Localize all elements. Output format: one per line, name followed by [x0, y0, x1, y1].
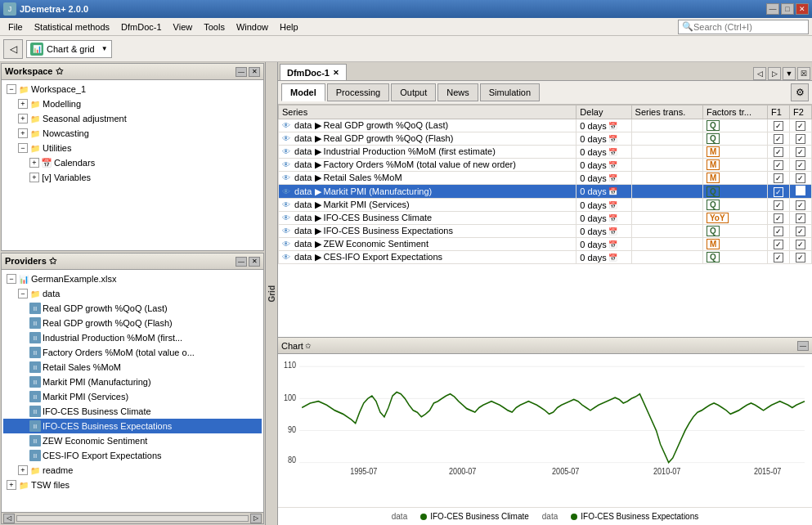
minimize-button[interactable]: — — [766, 3, 779, 15]
f1-checkbox[interactable] — [774, 121, 783, 131]
settings-icon-button[interactable]: ⚙ — [791, 83, 809, 101]
table-row[interactable]: 👁 data ▶ IFO-CES Business Expectations 0… — [279, 225, 812, 238]
tab-processing[interactable]: Processing — [327, 83, 389, 101]
data-item-3[interactable]: II Industrial Production %MoM (first... — [3, 330, 262, 345]
menu-file[interactable]: File — [3, 20, 28, 34]
data-item-11[interactable]: II CES-IFO Export Expectations — [3, 448, 262, 463]
expand-icon[interactable]: + — [18, 114, 28, 123]
expand-icon[interactable]: + — [29, 158, 39, 168]
workspace-seasonal[interactable]: + 📁 Seasonal adjustment — [3, 111, 262, 126]
data-item-1[interactable]: II Real GDP growth %QoQ (Last) — [3, 301, 262, 316]
tab-nav[interactable]: ◁ ▷ ▼ ☒ — [753, 67, 810, 80]
expand-icon[interactable]: + — [7, 480, 16, 490]
workspace-close-button[interactable]: ✕ — [249, 67, 260, 77]
data-item-5[interactable]: II Retail Sales %MoM — [3, 360, 262, 375]
tab-prev-button[interactable]: ◁ — [753, 67, 766, 80]
provider-german-xlsx[interactable]: − 📊 GermanExample.xlsx — [3, 271, 262, 286]
f1-checkbox[interactable] — [774, 147, 783, 157]
provider-tsw[interactable]: + 📁 TSW files — [3, 478, 262, 492]
expand-icon[interactable]: − — [18, 289, 28, 298]
f1-checkbox[interactable] — [774, 240, 783, 249]
table-row[interactable]: 👁 data ▶ IFO-CES Business Climate 0 days… — [279, 212, 812, 225]
toolbar-nav-button[interactable]: ◁ — [3, 39, 23, 59]
menu-statistical[interactable]: Statistical methods — [29, 20, 114, 34]
f2-checkbox[interactable] — [796, 200, 805, 210]
chart-controls[interactable]: — — [797, 341, 809, 351]
f2-checkbox[interactable] — [796, 253, 805, 262]
tab-news[interactable]: News — [437, 83, 478, 101]
workspace-minimize-button[interactable]: — — [236, 67, 247, 77]
f2-checkbox[interactable] — [796, 173, 805, 183]
f2-checkbox[interactable] — [796, 240, 805, 249]
chart-grid-dropdown[interactable]: 📊 Chart & grid ▼ — [26, 40, 112, 58]
table-row[interactable]: 👁 data ▶ Retail Sales %MoM 0 days 📅 M — [279, 172, 812, 185]
search-box[interactable]: 🔍 — [678, 20, 809, 34]
close-button[interactable]: ✕ — [796, 3, 809, 15]
scroll-left-button[interactable]: ◁ — [3, 514, 15, 523]
table-row[interactable]: 👁 data ▶ Industrial Production %MoM (fir… — [279, 146, 812, 159]
expand-icon[interactable]: + — [18, 465, 28, 475]
expand-icon[interactable]: − — [7, 274, 16, 284]
f1-checkbox[interactable] — [774, 134, 783, 144]
tab-next-button[interactable]: ▷ — [768, 67, 781, 80]
tab-simulation[interactable]: Simulation — [480, 83, 540, 101]
table-row[interactable]: 👁 data ▶ Markit PMI (Services) 0 days 📅 … — [279, 199, 812, 212]
window-controls[interactable]: — □ ✕ — [766, 3, 809, 15]
f1-checkbox[interactable] — [774, 173, 783, 183]
tab-list-button[interactable]: ▼ — [783, 67, 796, 80]
f2-checkbox[interactable] — [796, 147, 805, 157]
main-tab[interactable]: DfmDoc-1 ✕ — [280, 64, 347, 80]
f2-checkbox[interactable] — [796, 186, 805, 195]
chart-minimize-button[interactable]: — — [797, 341, 809, 351]
workspace-calendars[interactable]: + 📅 Calendars — [3, 155, 262, 170]
menu-view[interactable]: View — [168, 20, 198, 34]
expand-icon[interactable]: + — [18, 99, 28, 109]
providers-close-button[interactable]: ✕ — [249, 257, 260, 267]
f1-checkbox[interactable] — [774, 213, 783, 223]
workspace-controls[interactable]: — ✕ — [236, 67, 260, 77]
menu-dfmdoc[interactable]: DfmDoc-1 — [116, 20, 167, 34]
scroll-right-button[interactable]: ▷ — [250, 514, 262, 523]
provider-readme[interactable]: + 📁 readme — [3, 463, 262, 478]
data-item-7[interactable]: II Markit PMI (Services) — [3, 389, 262, 404]
expand-icon[interactable]: − — [7, 84, 16, 94]
table-row[interactable]: 👁 data ▶ ZEW Economic Sentiment 0 days 📅… — [279, 238, 812, 251]
main-tab-close[interactable]: ✕ — [333, 69, 339, 77]
f2-checkbox[interactable] — [796, 134, 805, 144]
f2-checkbox[interactable] — [796, 160, 805, 170]
data-item-8[interactable]: II IFO-CES Business Climate — [3, 404, 262, 419]
providers-minimize-button[interactable]: — — [236, 257, 247, 267]
table-row[interactable]: 👁 data ▶ Real GDP growth %QoQ (Flash) 0 … — [279, 132, 812, 146]
table-row[interactable]: 👁 data ▶ Factory Orders %MoM (total valu… — [279, 159, 812, 172]
menu-help[interactable]: Help — [275, 20, 303, 34]
f1-checkbox[interactable] — [774, 227, 783, 236]
workspace-variables[interactable]: + [v] Variables — [3, 170, 262, 185]
tab-tools[interactable]: ⚙ — [791, 83, 809, 101]
providers-controls[interactable]: — ✕ — [236, 257, 260, 267]
provider-data-folder[interactable]: − 📁 data — [3, 286, 262, 301]
maximize-button[interactable]: □ — [781, 3, 794, 15]
workspace-nowcasting[interactable]: + 📁 Nowcasting — [3, 126, 262, 141]
tab-model[interactable]: Model — [281, 83, 325, 101]
data-item-6[interactable]: II Markit PMI (Manufacturing) — [3, 375, 262, 389]
menu-tools[interactable]: Tools — [199, 20, 230, 34]
data-item-2[interactable]: II Real GDP growth %QoQ (Flash) — [3, 316, 262, 330]
table-row[interactable]: 👁 data ▶ Real GDP growth %QoQ (Last) 0 d… — [279, 119, 812, 132]
table-row[interactable]: 👁 data ▶ Markit PMI (Manufacturing) 0 da… — [279, 185, 812, 199]
data-item-4[interactable]: II Factory Orders %MoM (total value o... — [3, 345, 262, 360]
f2-checkbox[interactable] — [796, 213, 805, 223]
table-row[interactable]: 👁 data ▶ CES-IFO Export Expectations 0 d… — [279, 251, 812, 264]
workspace-modelling[interactable]: + 📁 Modelling — [3, 96, 262, 111]
menu-window[interactable]: Window — [231, 20, 273, 34]
f1-checkbox[interactable] — [774, 200, 783, 210]
f1-checkbox[interactable] — [774, 253, 783, 262]
data-item-10[interactable]: II ZEW Economic Sentiment — [3, 433, 262, 448]
expand-icon[interactable]: + — [18, 128, 28, 138]
expand-icon[interactable]: − — [18, 143, 28, 153]
expand-icon[interactable]: + — [29, 173, 39, 182]
tab-output[interactable]: Output — [391, 83, 436, 101]
f1-checkbox[interactable] — [774, 160, 783, 170]
f2-checkbox[interactable] — [796, 121, 805, 131]
search-input[interactable] — [693, 22, 800, 32]
f1-checkbox[interactable] — [774, 187, 783, 197]
